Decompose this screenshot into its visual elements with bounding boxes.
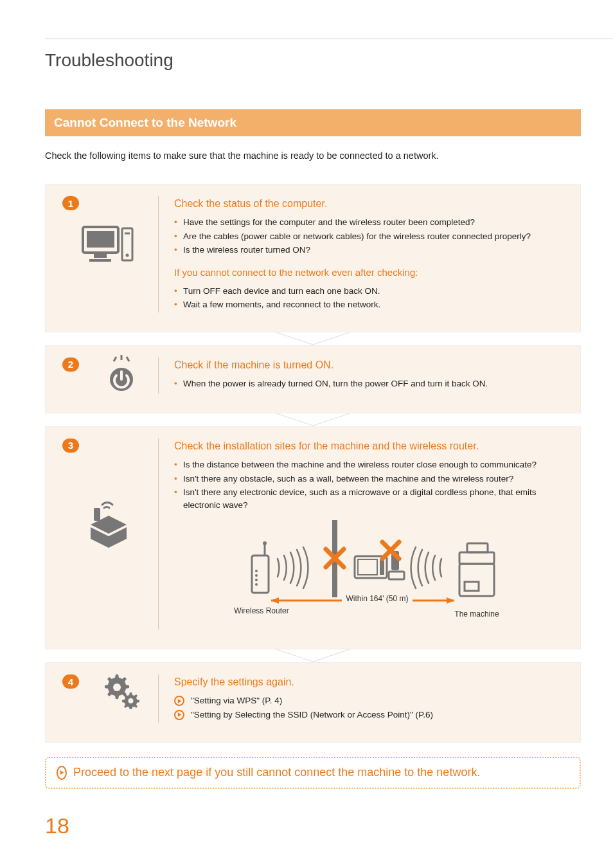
link-row[interactable]: "Setting via WPS" (P. 4)	[174, 694, 567, 707]
svg-point-38	[128, 698, 133, 703]
notice-text: Proceed to the next page if you still ca…	[73, 766, 480, 779]
svg-rect-31	[467, 543, 488, 552]
svg-point-6	[125, 254, 129, 257]
page-title: Troubleshooting	[45, 50, 581, 71]
svg-marker-39	[177, 699, 181, 703]
svg-marker-41	[60, 770, 63, 775]
computer-icon	[58, 222, 158, 267]
svg-point-15	[255, 579, 258, 581]
svg-rect-23	[358, 559, 377, 575]
svg-marker-34	[271, 597, 279, 604]
svg-line-9	[127, 357, 129, 361]
arrow-right-icon	[174, 696, 184, 706]
step-subheading: If you cannot connect to the network eve…	[174, 266, 567, 280]
step-heading: Specify the settings again.	[174, 674, 567, 689]
gears-icon	[71, 672, 171, 709]
svg-rect-30	[459, 552, 494, 564]
svg-point-17	[255, 570, 258, 572]
step-heading: Check if the machine is turned ON.	[174, 357, 567, 372]
svg-marker-35	[447, 597, 454, 604]
distance-label: Within 164' (50 m)	[346, 594, 409, 603]
svg-rect-26	[389, 572, 404, 579]
page-number: 18	[45, 813, 69, 838]
step-connector	[45, 649, 581, 663]
distance-diagram: Within 164' (50 m) Wireless Router The m…	[174, 520, 567, 629]
svg-line-7	[114, 357, 116, 361]
svg-rect-11	[94, 508, 100, 521]
svg-rect-1	[87, 231, 114, 248]
step-badge-3: 3	[62, 439, 79, 453]
bullet: When the power is already turned ON, tur…	[174, 377, 567, 390]
step-connector	[45, 413, 581, 427]
svg-rect-32	[465, 582, 479, 591]
step-heading: Check the status of the computer.	[174, 196, 567, 211]
step-4: 4 Specify the settings again. "Setting v…	[45, 662, 581, 742]
arrow-right-icon	[174, 710, 184, 720]
step-badge-1: 1	[62, 196, 79, 210]
step-1: 1 Check the status of the computer. Have…	[45, 184, 581, 332]
bullet: Are the cables (power cable or network c…	[174, 230, 567, 243]
svg-rect-13	[252, 556, 269, 593]
svg-rect-24	[380, 559, 384, 575]
machine-label: The machine	[454, 610, 499, 619]
svg-point-19	[263, 541, 267, 545]
link-text: "Setting via WPS" (P. 4)	[191, 694, 282, 707]
bullet: Isn't there any electronic device, such …	[174, 486, 567, 511]
arrow-right-icon	[57, 766, 67, 780]
bullet: Is the wireless router turned ON?	[174, 244, 567, 257]
svg-point-14	[255, 583, 258, 586]
svg-rect-2	[94, 254, 107, 258]
power-icon	[71, 355, 171, 393]
svg-rect-3	[89, 259, 111, 262]
proceed-notice: Proceed to the next page if you still ca…	[45, 757, 581, 789]
intro-text: Check the following items to make sure t…	[45, 150, 581, 161]
step-2: 2 Check if the machine is turned ON. Whe…	[45, 345, 581, 413]
section-heading: Cannot Connect to the Network	[45, 109, 581, 136]
bullet: Have the settings for the computer and t…	[174, 216, 567, 229]
link-row[interactable]: "Setting by Selecting the SSID (Network …	[174, 709, 567, 721]
bullet: Wait a few moments, and reconnect to the…	[174, 298, 567, 311]
svg-point-16	[255, 574, 258, 577]
machine-wireless-icon	[58, 496, 158, 554]
step-3: 3 Check the installation sites for the m…	[45, 426, 581, 649]
bullet: Isn't there any obstacle, such as a wall…	[174, 473, 567, 485]
svg-marker-40	[177, 712, 181, 717]
bullet: Turn OFF each device and turn each one b…	[174, 285, 567, 298]
bullet: Is the distance between the machine and …	[174, 458, 567, 471]
step-heading: Check the installation sites for the mac…	[174, 439, 567, 453]
svg-point-37	[113, 683, 121, 691]
step-connector	[45, 332, 581, 346]
router-label: Wireless Router	[234, 606, 289, 615]
link-text: "Setting by Selecting the SSID (Network …	[191, 709, 433, 721]
